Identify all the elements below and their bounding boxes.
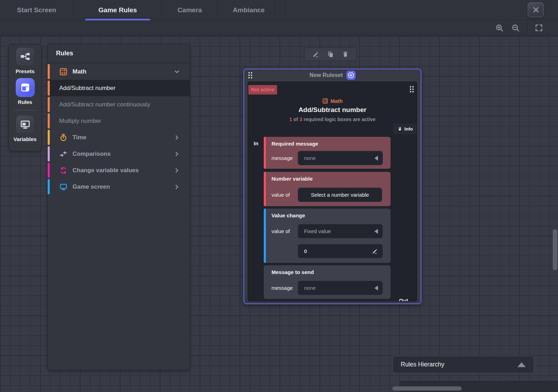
view-controls-bar: [0, 20, 558, 36]
horizontal-scrollbar[interactable]: [392, 386, 462, 391]
chevron-right-icon: [173, 183, 180, 190]
mouse-icon: [397, 126, 402, 132]
rule-item-add-subtract-continuously[interactable]: Add/Subtract number continuously: [48, 96, 190, 113]
presets-button[interactable]: [16, 47, 35, 66]
logic-box-title: Number variable: [271, 176, 313, 182]
ruleset-edit-toolbar: [304, 48, 357, 61]
tab-ambiance[interactable]: Ambiance: [218, 0, 280, 20]
tab-camera[interactable]: Camera: [162, 0, 218, 20]
zoom-out-button[interactable]: [511, 23, 520, 33]
stopwatch-icon: [59, 133, 68, 142]
category-label: Change variable values: [73, 167, 139, 174]
field-label: message: [271, 285, 298, 291]
field-label: value of: [271, 228, 298, 234]
rule-item-multiply-number[interactable]: Multiply number: [48, 113, 190, 129]
category-color-strip: [48, 146, 50, 161]
rule-subtitle: 1of3required logic boxes are active: [248, 117, 417, 122]
select-number-variable-button[interactable]: Select a number variable: [298, 188, 382, 202]
close-icon: [532, 6, 540, 14]
rules-panel: Rules Math Add/Subtract number Add/Subtr…: [47, 44, 190, 370]
chevron-right-icon: [173, 150, 180, 158]
rule-category-math[interactable]: Math: [48, 63, 190, 80]
field-label: message: [271, 155, 298, 161]
message-dropdown[interactable]: none: [298, 151, 383, 165]
variables-button[interactable]: [16, 115, 35, 134]
tab-start-screen[interactable]: Start Screen: [0, 0, 74, 20]
compare-arrows-icon: [59, 150, 68, 158]
rule-category-comparisons[interactable]: Comparisons: [48, 146, 190, 162]
calculator-icon: [59, 68, 68, 76]
logic-box-title: Message to send: [271, 269, 314, 275]
mode-toolbar: Presets Rules Variables: [8, 44, 42, 151]
subtitle-text: required logic boxes are active: [304, 117, 376, 122]
tab-game-rules[interactable]: Game Rules: [74, 0, 162, 20]
tab-label: Start Screen: [17, 6, 56, 14]
rule-category-time[interactable]: Time: [48, 129, 190, 146]
chevron-right-icon: [173, 134, 180, 141]
tab-bar: Start Screen Game Rules Camera Ambiance: [0, 0, 558, 20]
edit-button[interactable]: [312, 51, 319, 58]
ruleset-card[interactable]: New Ruleset Not active Math Add/Subtract…: [243, 69, 421, 304]
category-color-strip: [48, 163, 50, 178]
plus-circle-icon: [347, 71, 355, 79]
variables-icon: [20, 119, 31, 130]
chevron-right-icon: [173, 167, 180, 174]
drag-handle-icon[interactable]: [410, 86, 414, 92]
rules-button[interactable]: [16, 78, 35, 97]
value-accent-strip: [264, 209, 266, 263]
fixed-value-input[interactable]: 0: [298, 244, 383, 258]
logic-box-message-to-send: Message to send message none: [264, 265, 391, 299]
rule-card[interactable]: Not active Math Add/Subtract number 1of3…: [248, 82, 417, 301]
tab-label: Game Rules: [98, 6, 137, 14]
logic-box-title: Value change: [271, 212, 305, 218]
duplicate-button[interactable]: [327, 51, 334, 58]
rules-panel-title: Rules: [48, 44, 190, 63]
send-message-dropdown[interactable]: none: [298, 281, 383, 295]
toolbar-divider: [527, 20, 528, 36]
vertical-scrollbar[interactable]: [553, 229, 557, 270]
rules-hierarchy-label: Rules Hierarchy: [401, 361, 444, 368]
value-source-dropdown[interactable]: Fixed value: [298, 224, 383, 238]
zoom-out-icon: [511, 23, 520, 33]
rule-item-add-subtract-number[interactable]: Add/Subtract number: [48, 80, 190, 96]
tab-info[interactable]: Info: [393, 124, 417, 134]
category-color-strip: [48, 179, 50, 194]
presets-icon: [20, 51, 31, 62]
trash-icon: [342, 51, 349, 58]
app-window: Start Screen Game Rules Camera Ambiance: [0, 0, 558, 392]
tab-label: Ambiance: [233, 6, 265, 14]
rule-category-change-variable-values[interactable]: Change variable values: [48, 162, 190, 178]
fullscreen-button[interactable]: [535, 23, 543, 32]
rule-item-label: Add/Subtract number continuously: [59, 101, 150, 108]
dropdown-value: Fixed value: [304, 228, 331, 234]
cycle-icon: [59, 166, 68, 175]
rule-category-label: Math: [331, 98, 343, 104]
rule-category-game-screen[interactable]: Game screen: [48, 178, 190, 195]
category-color-strip: [48, 113, 50, 128]
ruleset-header[interactable]: New Ruleset: [244, 69, 421, 81]
category-label: Comparisons: [73, 150, 111, 158]
toolbar-divider: [14, 110, 36, 111]
drag-handle-icon[interactable]: [248, 72, 252, 78]
logic-box-value-change: Value change value of Fixed value 0: [264, 209, 391, 263]
presets-label: Presets: [15, 68, 34, 74]
category-color-strip: [48, 97, 50, 112]
triangle-up-icon: [517, 362, 526, 367]
monitor-icon: [59, 183, 68, 191]
category-label: Game screen: [73, 183, 110, 190]
zoom-in-button[interactable]: [495, 23, 504, 33]
tab-label: Camera: [178, 6, 202, 14]
delete-button[interactable]: [342, 51, 349, 58]
dropdown-arrow-icon: [374, 286, 378, 290]
close-button[interactable]: [528, 2, 544, 18]
dropdown-arrow-icon: [374, 156, 378, 161]
add-rule-button[interactable]: [346, 71, 356, 80]
rule-title: Add/Subtract number: [248, 106, 417, 114]
field-label: value of: [271, 192, 298, 198]
out-label: Out: [390, 298, 417, 301]
required-accent-strip: [264, 172, 266, 206]
zoom-in-icon: [495, 23, 504, 33]
rules-hierarchy-bar[interactable]: Rules Hierarchy: [392, 356, 534, 373]
info-tab-label: Info: [405, 126, 413, 132]
category-color-strip: [48, 130, 50, 145]
